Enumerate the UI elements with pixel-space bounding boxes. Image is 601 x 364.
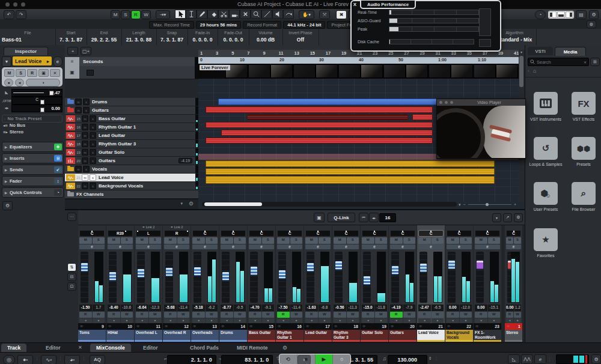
video-minimize-button[interactable]: [445, 101, 448, 104]
autoscroll-icon[interactable]: ⇥▾: [156, 10, 170, 19]
qlink-button[interactable]: Q-Link: [328, 213, 355, 222]
mixer-channel-overhead-r[interactable]: ⚭ Link 2RMSe-5.68-11.4RW◂●○○12Overhead R: [163, 225, 191, 342]
track-solo-button[interactable]: s: [83, 107, 90, 114]
read-automation-button[interactable]: R: [249, 312, 261, 318]
monitor-button[interactable]: ◂: [506, 318, 513, 323]
channel-mute-button[interactable]: M: [221, 237, 233, 244]
pan-control[interactable]: C: [507, 231, 520, 236]
channel-mute-button[interactable]: M: [277, 237, 290, 244]
show-sends-icon[interactable]: ⊡: [67, 282, 76, 291]
track-solo-button[interactable]: s: [90, 183, 96, 189]
mixer-gear-icon[interactable]: ⚙: [514, 213, 523, 222]
peak-db-value[interactable]: -15.1: [488, 305, 501, 311]
collapse-arrow-icon[interactable]: ▼: [2, 56, 11, 67]
channel-solo-button[interactable]: S: [403, 237, 416, 244]
write-automation-button[interactable]: W: [514, 312, 521, 318]
mute-tool-icon[interactable]: [240, 10, 251, 19]
midi-record-mode-icon[interactable]: ◕▾: [64, 355, 80, 364]
mixer-channel-hihat[interactable]: R39MSe-8.40-10.6RW◂●○○10HiHat: [106, 225, 134, 342]
read-automation-button[interactable]: R: [362, 312, 374, 318]
read-automation-button[interactable]: R: [305, 312, 318, 318]
read-automation-button[interactable]: R: [277, 312, 290, 318]
write-automation-button[interactable]: W: [206, 312, 218, 318]
mixer-channel-rhythm-guitar-1[interactable]: CMSe-7.50-11.4RW◂●○○16Rhythm Guitar 1: [276, 225, 304, 342]
section-fader[interactable]: ▶Fader↕: [2, 176, 64, 186]
mixer-channel-drums[interactable]: CMSe-8.77-0.5RW◂●○○14Drums: [219, 225, 247, 342]
cycle-button[interactable]: ⟲: [279, 354, 297, 364]
channel-mute-button[interactable]: M: [192, 237, 205, 244]
write-automation-button[interactable]: W: [93, 312, 105, 318]
fader-db-value[interactable]: -6.64: [136, 305, 148, 311]
vertical-scroll-thumb[interactable]: [519, 56, 523, 87]
channel-edit-button[interactable]: e: [221, 244, 246, 249]
channel-mute-button[interactable]: M: [506, 237, 513, 244]
peak-db-value[interactable]: -11.8: [375, 305, 388, 311]
zone-setup-icon[interactable]: ▤: [576, 10, 587, 19]
peak-db-value[interactable]: -11.4: [177, 305, 190, 311]
tab-midi-remote[interactable]: MIDI Remote: [231, 344, 273, 352]
peak-db-value[interactable]: -6.5: [432, 305, 444, 311]
tab-editor[interactable]: Editor: [40, 344, 67, 352]
track-solo-button[interactable]: s: [90, 149, 96, 156]
bank-size-value[interactable]: 16: [379, 213, 396, 222]
channel-name[interactable]: FX 1-RoomWork: [474, 330, 501, 340]
range-selection-tool-icon[interactable]: [186, 10, 197, 19]
record-enable-button[interactable]: ●: [206, 318, 218, 323]
erase-tool-icon[interactable]: [207, 10, 218, 19]
fader-handle[interactable]: [448, 260, 456, 270]
comp-tool-icon[interactable]: ✋▾: [299, 10, 314, 19]
channel-solo-button[interactable]: S: [514, 237, 521, 244]
channel-edit-button[interactable]: e: [192, 244, 218, 249]
bank-step-icon[interactable]: ◂▸: [369, 213, 379, 222]
show-inserts-icon[interactable]: ⊟: [67, 273, 76, 281]
pan-control[interactable]: C: [249, 231, 273, 236]
fader-handle[interactable]: [137, 268, 145, 278]
record-enable-button[interactable]: ●: [177, 318, 190, 323]
automation-r-button[interactable]: R: [131, 10, 141, 19]
channel-edit-button[interactable]: e: [390, 244, 415, 249]
channel-name[interactable]: Overhead R: [163, 330, 191, 340]
punch-mode-icon[interactable]: ◎: [3, 355, 15, 364]
audio-performance-close-icon[interactable]: X: [351, 1, 359, 8]
record-enable-button[interactable]: ●: [403, 318, 416, 323]
track-mute-button[interactable]: m: [82, 132, 88, 139]
inspector-tab[interactable]: Inspector: [4, 47, 48, 55]
metronome-setup-icon[interactable]: e: [534, 354, 546, 364]
pan-control[interactable]: C: [419, 231, 443, 236]
write-automation-button[interactable]: W: [319, 312, 331, 318]
pan-control[interactable]: C: [221, 231, 245, 236]
mixer-channel-lead-voice[interactable]: CMSe-2.47-6.5RW◂●○○21Lead Voice: [417, 225, 445, 342]
info-column-file[interactable]: FileBass-01: [0, 29, 56, 45]
write-automation-button[interactable]: W: [375, 312, 388, 318]
write-automation-button[interactable]: W: [121, 312, 133, 318]
track-row-bass-guitar[interactable]: 15msBass Guitar: [65, 115, 198, 123]
right-zone-toggle-icon[interactable]: [566, 11, 573, 18]
write-automation-button[interactable]: W: [234, 312, 246, 318]
channel-mute-button[interactable]: M: [334, 237, 346, 244]
read-automation-button[interactable]: R: [79, 312, 92, 318]
peak-db-value[interactable]: -7.9: [403, 305, 416, 311]
channel-name[interactable]: Background Vocals: [445, 330, 473, 340]
read-automation-button[interactable]: R: [221, 312, 233, 318]
channel-name[interactable]: Guitar Solo: [361, 330, 388, 340]
mixer-channel-toms[interactable]: CMSe-1.501.7RW◂●○○9Toms: [78, 225, 106, 342]
channel-solo-button[interactable]: S: [234, 237, 246, 244]
pan-control[interactable]: C: [278, 231, 302, 236]
record-mode-icon[interactable]: ●▾: [17, 355, 33, 364]
fader-handle[interactable]: [307, 262, 314, 272]
volume-slider[interactable]: -2.47: [11, 89, 63, 97]
track-mute-button[interactable]: m: [82, 141, 88, 147]
read-automation-button[interactable]: R: [390, 312, 403, 318]
window-close-button[interactable]: [5, 2, 10, 7]
redo-icon[interactable]: ↷: [16, 10, 26, 19]
fader-db-value[interactable]: -15.0: [362, 305, 374, 311]
track-row-guitars[interactable]: 20msGuitars-4.19: [65, 157, 198, 165]
channel-solo-button[interactable]: S: [375, 237, 388, 244]
fader-db-value[interactable]: -1.50: [79, 305, 92, 311]
channel-name[interactable]: Lead Guitar: [304, 330, 332, 340]
track-solo-button[interactable]: s: [90, 124, 96, 130]
peak-db-value[interactable]: -12.3: [149, 305, 162, 311]
channel-solo-button[interactable]: S: [319, 237, 331, 244]
track-mute-button[interactable]: m: [82, 183, 88, 189]
record-circle-icon[interactable]: ●: [4, 79, 13, 86]
